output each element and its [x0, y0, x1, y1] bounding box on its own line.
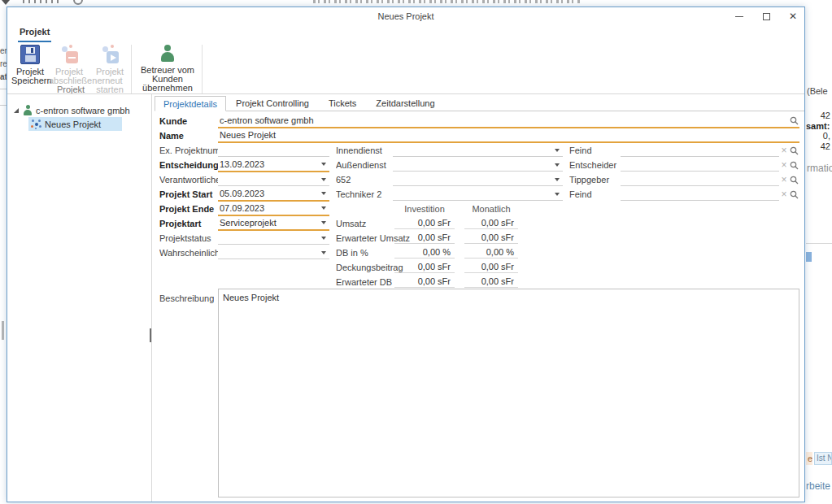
projektart-dropdown[interactable]: Serviceprojekt: [218, 217, 329, 231]
chevron-down-icon[interactable]: [555, 149, 560, 152]
db-prozent-monatlich-field[interactable]: 0,00 %: [464, 245, 518, 259]
tab-zeitdarstellung[interactable]: Zeitdarstellung: [366, 96, 444, 111]
projektstatus-dropdown[interactable]: [218, 232, 329, 245]
background-value-fragment: samt: 51: [806, 121, 832, 131]
entscheider-field[interactable]: [621, 159, 779, 172]
project-tree: c-entron software gmbh Neues Projekt: [7, 94, 151, 502]
form-row-projektart: Projektart Serviceprojekt: [159, 216, 329, 231]
tree-expand-icon[interactable]: [14, 108, 19, 113]
ribbon-tab-projekt[interactable]: Projekt: [18, 27, 51, 41]
form-row-entscheider: Entscheider ×: [569, 158, 799, 172]
chevron-down-icon[interactable]: [321, 192, 326, 195]
kunde-field[interactable]: c-entron software gmbh: [218, 115, 799, 128]
dialog-titlebar[interactable]: Neues Projekt ✕: [7, 7, 804, 25]
maximize-icon: [763, 13, 770, 20]
chevron-down-icon[interactable]: [321, 251, 326, 254]
background-text-fragment: rmatio: [807, 163, 832, 174]
search-icon[interactable]: [789, 146, 799, 156]
background-scrollbar-thumb: [2, 321, 4, 340]
chevron-down-icon[interactable]: [321, 221, 326, 224]
tree-node-neues-projekt[interactable]: Neues Projekt: [7, 117, 151, 131]
maximize-button[interactable]: [760, 10, 773, 23]
splitter-handle[interactable]: [150, 328, 151, 342]
chevron-down-icon[interactable]: [321, 178, 326, 181]
restart-project-icon: [100, 45, 120, 64]
verantwortlicher-dropdown[interactable]: [218, 173, 329, 186]
search-icon[interactable]: [789, 189, 799, 200]
aussendienst-dropdown[interactable]: [393, 159, 563, 172]
ribbon-separator: [202, 45, 203, 93]
umsatz-investition-field[interactable]: 0,00 sFr: [394, 216, 455, 229]
background-text-fragment: ate: [0, 72, 7, 81]
search-icon[interactable]: [789, 175, 799, 185]
ribbon: Projekt Speichern Projekt abschließen Pr…: [7, 43, 804, 93]
chevron-down-icon[interactable]: [555, 178, 560, 181]
erwarteter-umsatz-monatlich-field[interactable]: 0,00 sFr: [464, 231, 518, 244]
form-row-projektstatus: Projektstatus: [159, 231, 329, 245]
form-row-652: 652: [336, 172, 563, 187]
clear-icon[interactable]: ×: [779, 175, 789, 185]
chevron-down-icon[interactable]: [321, 237, 326, 240]
form-row-wahrscheinlichkeit: Wahrscheinlichkeit: [159, 245, 329, 260]
entscheidung-dropdown[interactable]: 13.09.2023: [218, 159, 329, 172]
chevron-down-icon[interactable]: [555, 163, 560, 167]
form-row-projekt-ende: Projekt Ende 07.09.2023: [159, 202, 329, 216]
search-icon[interactable]: [789, 115, 799, 126]
tab-tickets[interactable]: Tickets: [319, 96, 366, 111]
ex-projektnummer-field[interactable]: [218, 144, 329, 157]
person-icon: [159, 45, 176, 63]
deckungsbeitrag-investition-field[interactable]: 0,00 sFr: [394, 260, 455, 273]
clear-icon[interactable]: ×: [779, 189, 789, 199]
background-app-fragment-icon: [2, 0, 10, 5]
erwarteter-umsatz-investition-field[interactable]: 0,00 sFr: [394, 231, 455, 244]
beschreibung-textarea[interactable]: Neues Projekt: [218, 289, 799, 497]
tab-projekt-controlling[interactable]: Projekt Controlling: [226, 96, 319, 111]
customer-icon: [23, 105, 33, 115]
tippgeber-field[interactable]: [621, 173, 779, 186]
erwarteter-db-monatlich-field[interactable]: 0,00 sFr: [464, 275, 518, 288]
chevron-down-icon[interactable]: [321, 163, 326, 166]
clear-icon[interactable]: ×: [779, 146, 789, 155]
background-badge-fragment: e: [806, 452, 812, 465]
clear-icon[interactable]: ×: [779, 160, 789, 170]
search-icon[interactable]: [789, 160, 799, 171]
db-prozent-investition-field[interactable]: 0,00 %: [394, 245, 455, 259]
innendienst-dropdown[interactable]: [393, 144, 563, 157]
close-button[interactable]: ✕: [786, 10, 799, 23]
tab-projektdetails[interactable]: Projektdetails: [155, 96, 226, 111]
detail-tabstrip: Projektdetails Projekt Controlling Ticke…: [155, 96, 804, 111]
close-icon: ✕: [789, 11, 797, 22]
beschreibung-label: Beschreibung: [159, 293, 214, 303]
background-divider: [0, 105, 7, 106]
feind-1-field[interactable]: [621, 144, 779, 157]
background-text-fragment: rbeite: [806, 480, 830, 492]
feind-2-field[interactable]: [621, 188, 779, 201]
projekt-ende-dropdown[interactable]: 07.09.2023: [218, 202, 329, 216]
tree-node-customer[interactable]: c-entron software gmbh: [7, 103, 151, 117]
finance-col-investition: Investition: [394, 204, 455, 214]
deckungsbeitrag-monatlich-field[interactable]: 0,00 sFr: [464, 260, 518, 273]
projekt-start-dropdown[interactable]: 05.09.2023: [218, 188, 329, 202]
erwarteter-db-investition-field[interactable]: 0,00 sFr: [394, 275, 455, 288]
name-field[interactable]: Neues Projekt: [218, 129, 799, 143]
background-app-fragment-icon: [73, 0, 83, 5]
tree-splitter[interactable]: [151, 94, 152, 502]
form-row-feind-2: Feind ×: [569, 187, 799, 202]
chevron-down-icon[interactable]: [555, 193, 560, 196]
wahrscheinlichkeit-dropdown[interactable]: [218, 246, 329, 259]
background-text-fragment: (Bele: [807, 86, 828, 96]
chevron-down-icon[interactable]: [321, 206, 326, 210]
form-row-ex-projektnummer: Ex. Projektnummer: [159, 143, 329, 158]
form-row-entscheidung: Entscheidung 13.09.2023: [159, 158, 329, 172]
background-divider: [0, 89, 7, 89]
techniker-2-dropdown[interactable]: [393, 188, 563, 201]
minimize-button[interactable]: [733, 10, 746, 23]
minimize-icon: [735, 16, 743, 17]
betreuer-uebernehmen-button[interactable]: Betreuer vom Kunden übernehmen: [133, 45, 202, 92]
form-row-innendienst: Innendienst: [336, 143, 563, 158]
background-text-fragment: re: [0, 59, 7, 68]
form-row-aussendienst: Außendienst: [336, 158, 563, 172]
umsatz-monatlich-field[interactable]: 0,00 sFr: [464, 216, 518, 229]
652-dropdown[interactable]: [393, 173, 563, 186]
form-row-kunde: Kunde c-entron software gmbh: [159, 114, 799, 128]
